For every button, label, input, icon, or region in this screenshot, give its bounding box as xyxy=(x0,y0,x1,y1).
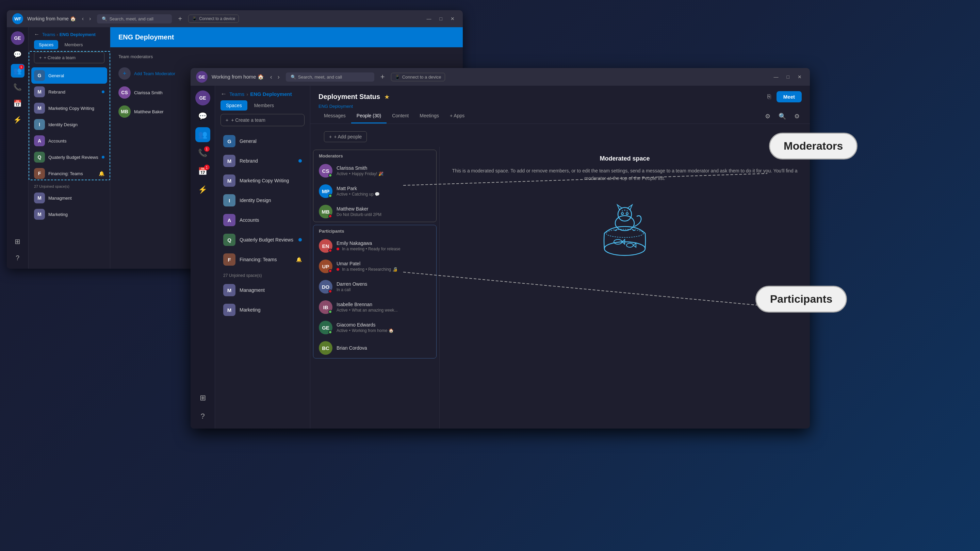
front-teams-link[interactable]: Teams xyxy=(229,91,244,97)
back-space-item-rebrand[interactable]: M Rebrand xyxy=(29,84,110,100)
front-filter-btn[interactable]: ⚙ xyxy=(763,111,772,122)
back-create-team-btn[interactable]: + + Create a team xyxy=(34,52,105,63)
back-space-item-accounts[interactable]: A Accounts xyxy=(29,133,110,149)
front-tab-add-apps[interactable]: + Apps xyxy=(444,109,470,124)
back-nav-back[interactable]: ‹ xyxy=(80,14,86,23)
front-apps-icon[interactable]: ⊞ xyxy=(195,391,210,405)
back-calls-icon[interactable]: 📞 xyxy=(11,80,24,94)
front-add-people-btn[interactable]: + + Add people xyxy=(324,131,367,142)
back-chat-icon[interactable]: 💬 xyxy=(11,48,24,61)
front-copy-btn[interactable]: ⎘ xyxy=(765,91,773,102)
back-space-item-quarterly[interactable]: Q Quaterly Budget Reviews xyxy=(29,149,110,165)
front-chat-icon[interactable]: 💬 xyxy=(195,109,210,124)
back-space-item-marketing[interactable]: M Marketing xyxy=(29,206,110,222)
front-person-emily[interactable]: EN Emily Nakagawa In a meeting • Ready f… xyxy=(313,236,436,256)
back-close-btn[interactable]: ✕ xyxy=(448,14,457,23)
front-space-name-rebrand: Rebrand xyxy=(240,158,294,164)
front-nav-fwd[interactable]: › xyxy=(275,72,282,82)
back-help-icon[interactable]: ? xyxy=(11,251,24,265)
front-teams-icon[interactable]: 👥 xyxy=(195,127,210,142)
front-person-matt[interactable]: MP Matt Park Active • Catching up xyxy=(313,181,436,202)
back-apps-icon[interactable]: ⊞ xyxy=(11,235,24,248)
front-nav-back[interactable]: ‹ xyxy=(268,72,274,82)
back-activity-icon[interactable]: ⚡ xyxy=(11,113,24,127)
front-financing-muted-icon: 🔔 xyxy=(296,257,302,262)
back-space-avatar-identity: I xyxy=(34,119,45,130)
front-space-item-mktg-copy[interactable]: M Marketing Copy Writing xyxy=(218,171,307,190)
front-space-item-financing[interactable]: F Financing: Teams 🔔 xyxy=(218,250,307,269)
front-space-item-identity[interactable]: I Identity Design xyxy=(218,191,307,210)
back-tab-spaces[interactable]: Spaces xyxy=(34,40,58,49)
front-calendar-icon[interactable]: 📅 1 xyxy=(195,164,210,179)
front-tab-members[interactable]: Members xyxy=(249,100,279,111)
front-person-umar[interactable]: UP Umar Patel In a meeting • Researching… xyxy=(313,256,436,276)
front-add-btn[interactable]: + xyxy=(379,72,387,82)
back-space-item-management[interactable]: M Managment xyxy=(29,190,110,206)
front-activity-icon[interactable]: ⚡ xyxy=(195,182,210,197)
back-minimize-btn[interactable]: — xyxy=(424,14,434,23)
front-space-item-rebrand[interactable]: M Rebrand xyxy=(218,151,307,170)
front-back-arrow[interactable]: ← xyxy=(221,91,227,98)
front-tab-meetings[interactable]: Meetings xyxy=(414,109,444,124)
back-spaces-panel: ← Teams › ENG Deployment Spaces Members … xyxy=(29,27,110,269)
back-space-avatar-rebrand: M xyxy=(34,86,45,97)
front-person-isabelle[interactable]: IB Isabelle Brennan Active • What xyxy=(313,297,436,318)
front-moderators-label: Moderators xyxy=(313,150,436,160)
back-avatar-icon[interactable]: GE xyxy=(11,31,24,45)
front-help-icon[interactable]: ? xyxy=(195,409,210,424)
back-space-item-general[interactable]: G General xyxy=(31,67,107,84)
front-connect-btn[interactable]: 📱 Connect to a device xyxy=(391,73,445,81)
back-add-btn[interactable]: + xyxy=(176,14,184,24)
back-space-item-marketing-copy[interactable]: M Marketing Copy Writing xyxy=(29,100,110,116)
front-status-msg-darren: In a call xyxy=(337,287,350,292)
front-info-emily: Emily Nakagawa In a meeting • Ready for … xyxy=(337,240,431,251)
front-info-matthew: Matthew Baker Do Not Disturb until 2PM xyxy=(337,206,431,217)
back-teams-icon[interactable]: 👥 1 xyxy=(11,64,24,78)
front-space-item-general[interactable]: G General xyxy=(218,132,307,151)
front-search-people-btn[interactable]: 🔍 xyxy=(776,111,788,122)
front-status-text-emily: In a meeting • Ready for release xyxy=(337,246,431,251)
back-tab-members[interactable]: Members xyxy=(60,40,88,49)
front-space-name-identity: Identity Design xyxy=(240,198,302,203)
front-tab-messages[interactable]: Messages xyxy=(318,109,351,124)
front-minimize-btn[interactable]: — xyxy=(771,73,781,81)
back-nav-fwd[interactable]: › xyxy=(87,14,93,23)
back-space-item-identity[interactable]: I Identity Design xyxy=(29,116,110,133)
back-calendar-icon[interactable]: 📅 xyxy=(11,97,24,110)
front-meet-btn[interactable]: Meet xyxy=(776,91,802,102)
front-space-item-management[interactable]: M Managment xyxy=(218,281,307,300)
back-back-arrow[interactable]: ← xyxy=(34,31,40,37)
front-cat-illustration xyxy=(448,196,802,264)
svg-point-7 xyxy=(626,213,628,214)
front-settings-btn[interactable]: ⚙ xyxy=(792,111,802,122)
front-calls-icon[interactable]: 📞 1 xyxy=(195,146,210,160)
back-space-item-financing[interactable]: F Financing: Teams 🔔 xyxy=(29,165,110,182)
back-space-avatar-marketing: M xyxy=(34,209,45,220)
front-close-btn[interactable]: ✕ xyxy=(795,73,804,81)
back-connect-btn[interactable]: 📱 Connect to a device xyxy=(188,14,239,23)
front-create-team-btn[interactable]: + + Create a team xyxy=(221,114,305,126)
front-space-avatar-management: M xyxy=(223,284,235,296)
back-teams-link[interactable]: Teams xyxy=(42,32,55,37)
front-status-matt xyxy=(328,194,332,198)
front-person-darren[interactable]: DO Darren Owens In a call xyxy=(313,276,436,297)
front-info-brian: Brian Cordova xyxy=(337,345,431,351)
back-space-name-general: General xyxy=(48,73,105,78)
front-person-giacomo[interactable]: GE Giacomo Edwards Active • Workin xyxy=(313,318,436,338)
front-status-text-darren: In a call xyxy=(337,287,431,292)
front-person-matthew[interactable]: MB Matthew Baker Do Not Disturb until 2P… xyxy=(313,202,436,222)
front-maximize-btn[interactable]: □ xyxy=(784,73,792,81)
back-maximize-btn[interactable]: □ xyxy=(437,14,445,23)
front-person-brian[interactable]: BC Brian Cordova xyxy=(313,338,436,358)
front-person-clarissa[interactable]: CS Clarissa Smith Active • Happy F xyxy=(313,160,436,181)
front-space-item-marketing[interactable]: M Marketing xyxy=(218,300,307,319)
front-tab-people[interactable]: People (30) xyxy=(351,109,387,124)
front-tab-spaces[interactable]: Spaces xyxy=(221,100,247,111)
front-avatar-umar: UP xyxy=(319,259,332,273)
front-space-item-accounts[interactable]: A Accounts xyxy=(218,211,307,230)
front-tab-content[interactable]: Content xyxy=(387,109,414,124)
back-search-bar[interactable]: 🔍 Search, meet, and call xyxy=(97,14,172,24)
front-avatar-icon[interactable]: GE xyxy=(195,91,210,105)
front-space-item-quarterly[interactable]: Q Quaterly Budget Reviews xyxy=(218,230,307,249)
front-search-bar[interactable]: 🔍 Search, meet, and call xyxy=(286,73,374,82)
